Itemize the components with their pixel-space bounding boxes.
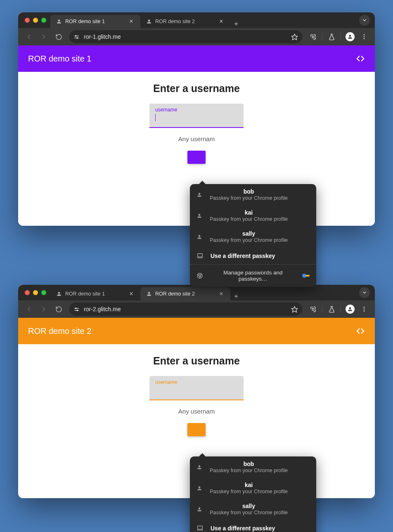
svg-point-19 xyxy=(75,307,76,309)
bookmark-icon[interactable] xyxy=(291,33,298,40)
address-bar[interactable]: ror-2.glitch.me xyxy=(69,303,302,316)
window-zoom[interactable] xyxy=(41,290,46,295)
separator xyxy=(322,305,322,313)
passkey-popup: bob Passkey from your Chrome profile kai… xyxy=(190,184,316,287)
window-close[interactable] xyxy=(25,18,30,23)
svg-point-24 xyxy=(364,307,365,308)
tab-title: ROR demo site 2 xyxy=(155,19,215,24)
separator xyxy=(341,305,341,313)
browser-window: ROR demo site 1 × ROR demo site 2 × + xyxy=(18,12,375,226)
use-different-passkey[interactable]: Use a different passkey xyxy=(190,247,316,264)
passkey-source: Passkey from your Chrome profile xyxy=(210,468,288,473)
url-text: ror-2.glitch.me xyxy=(84,306,121,312)
profile-button[interactable] xyxy=(343,30,357,43)
reload-button[interactable] xyxy=(52,303,65,316)
svg-rect-10 xyxy=(198,254,202,257)
app-title: ROR demo site 2 xyxy=(28,326,91,336)
window-minimize[interactable] xyxy=(33,18,38,23)
menu-icon[interactable] xyxy=(357,30,371,43)
nav-forward-button[interactable] xyxy=(37,303,50,316)
app-header: ROR demo site 2 xyxy=(18,318,375,344)
bookmark-icon[interactable] xyxy=(291,306,298,313)
reload-button[interactable] xyxy=(52,30,65,43)
chrome-icon xyxy=(196,272,204,279)
next-button[interactable] xyxy=(187,423,206,436)
address-bar[interactable]: ror-1.glitch.me xyxy=(69,30,302,43)
code-icon[interactable] xyxy=(356,326,365,336)
manage-passwords[interactable]: Manage passwords and passkeys… xyxy=(190,265,316,287)
passkey-option[interactable]: kai Passkey from your Chrome profile xyxy=(190,205,316,226)
use-different-label: Use a different passkey xyxy=(211,525,275,532)
nav-back-button[interactable] xyxy=(22,303,36,316)
svg-rect-27 xyxy=(198,526,202,530)
site-info-icon[interactable] xyxy=(73,306,80,312)
svg-point-20 xyxy=(77,310,78,311)
labs-icon[interactable] xyxy=(325,303,338,316)
extensions-icon[interactable] xyxy=(306,303,320,316)
passkey-option[interactable]: bob Passkey from your Chrome profile xyxy=(190,184,316,205)
passkey-name: bob xyxy=(210,188,288,195)
passkey-popup: bob Passkey from your Chrome profile kai… xyxy=(190,456,316,532)
input-label: username xyxy=(155,107,238,113)
username-field[interactable]: username xyxy=(149,104,244,128)
toolbar: ror-1.glitch.me xyxy=(18,28,375,45)
code-icon[interactable] xyxy=(356,54,365,63)
passkey-name: sally xyxy=(210,503,288,509)
svg-marker-4 xyxy=(291,34,297,40)
browser-window: ROR demo site 1 × ROR demo site 2 × + xyxy=(18,285,375,498)
new-tab-button[interactable]: + xyxy=(230,292,242,300)
separator xyxy=(322,33,322,40)
svg-point-8 xyxy=(364,36,365,38)
manage-label: Manage passwords and passkeys… xyxy=(209,270,296,282)
laptop-icon xyxy=(196,525,204,532)
browser-chrome: ROR demo site 1 × ROR demo site 2 × + xyxy=(18,12,375,45)
next-button[interactable] xyxy=(187,151,206,164)
tabs-dropdown-button[interactable] xyxy=(359,15,370,26)
window-close[interactable] xyxy=(25,290,30,295)
tab-close-icon[interactable]: × xyxy=(218,291,225,297)
person-icon xyxy=(196,485,204,491)
tab-close-icon[interactable]: × xyxy=(218,18,225,25)
passkey-source: Passkey from your Chrome profile xyxy=(210,510,288,515)
site-info-icon[interactable] xyxy=(73,34,80,40)
window-controls xyxy=(22,290,50,295)
window-zoom[interactable] xyxy=(41,18,46,23)
svg-point-7 xyxy=(364,34,365,35)
tab-close-icon[interactable]: × xyxy=(128,18,135,25)
tabs-dropdown-button[interactable] xyxy=(359,287,370,298)
tab-close-icon[interactable]: × xyxy=(128,291,135,297)
extensions-icon[interactable] xyxy=(306,30,320,43)
browser-chrome: ROR demo site 1 × ROR demo site 2 × + xyxy=(18,285,375,318)
passkey-name: kai xyxy=(210,482,288,488)
browser-tab[interactable]: ROR demo site 1 × xyxy=(50,287,140,300)
tab-favicon-icon xyxy=(146,291,152,297)
use-different-passkey[interactable]: Use a different passkey xyxy=(190,520,316,532)
window-minimize[interactable] xyxy=(33,290,38,295)
nav-back-button[interactable] xyxy=(22,30,36,43)
person-icon xyxy=(196,506,204,512)
key-icon xyxy=(302,274,310,278)
page-heading: Enter a username xyxy=(28,355,365,367)
tab-title: ROR demo site 2 xyxy=(155,291,215,297)
tabs: ROR demo site 1 × ROR demo site 2 × + xyxy=(50,285,242,300)
browser-tab[interactable]: ROR demo site 2 × xyxy=(140,15,230,28)
tabs: ROR demo site 1 × ROR demo site 2 × + xyxy=(50,12,242,28)
username-input[interactable] xyxy=(155,114,238,121)
profile-button[interactable] xyxy=(343,303,357,316)
passkey-option[interactable]: sally Passkey from your Chrome profile xyxy=(190,499,316,520)
tab-title: ROR demo site 1 xyxy=(65,19,125,24)
nav-forward-button[interactable] xyxy=(37,30,50,43)
passkey-name: sally xyxy=(210,230,288,237)
labs-icon[interactable] xyxy=(325,30,338,43)
popup-caret xyxy=(199,453,206,456)
passkey-option[interactable]: bob Passkey from your Chrome profile xyxy=(190,456,316,478)
laptop-icon xyxy=(196,252,204,259)
passkey-option[interactable]: sally Passkey from your Chrome profile xyxy=(190,226,316,247)
browser-tab[interactable]: ROR demo site 1 × xyxy=(50,15,140,28)
browser-tab[interactable]: ROR demo site 2 × xyxy=(140,287,230,300)
passkey-option[interactable]: kai Passkey from your Chrome profile xyxy=(190,478,316,499)
menu-icon[interactable] xyxy=(357,303,371,316)
username-input[interactable] xyxy=(155,386,238,394)
username-field[interactable]: username xyxy=(149,376,244,400)
new-tab-button[interactable]: + xyxy=(230,20,242,28)
